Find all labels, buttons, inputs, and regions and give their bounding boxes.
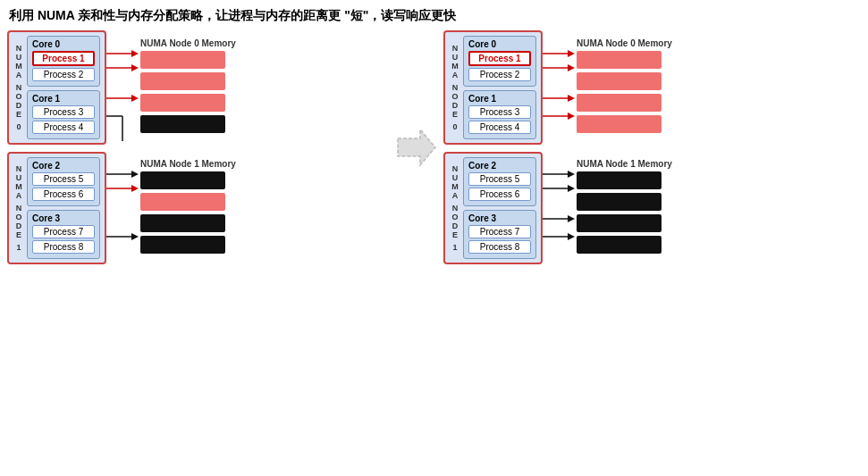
left-mem-block-0	[140, 51, 225, 69]
right-process8: Process 8	[468, 240, 531, 254]
left-mem-block-2	[140, 94, 225, 112]
left-mem1-block-0	[140, 171, 225, 189]
right-node1-box: NUMA NODE 1 Core 2 Process 5 Process 6 C…	[443, 152, 543, 264]
left-process3: Process 3	[32, 105, 95, 119]
left-mem1-block-2	[140, 214, 225, 232]
right-process7: Process 7	[468, 225, 531, 238]
left-process1: Process 1	[32, 51, 95, 66]
right-mem0-block-1	[577, 72, 662, 90]
svg-marker-13	[131, 233, 139, 240]
left-core1-label: Core 1	[32, 94, 95, 104]
right-diagrams: NUMA NODE 0 Core 0 Process 1 Process 2 C…	[443, 30, 819, 264]
right-mem1-block-1	[577, 193, 662, 211]
right-core2: Core 2 Process 5 Process 6	[463, 157, 536, 206]
right-mem1-block-2	[577, 214, 662, 232]
svg-marker-26	[568, 185, 575, 192]
page-title: 利用 NUMA 亲和性与内存分配策略，让进程与内存的距离更 "短"，读写响应更快	[0, 0, 868, 30]
left-mem-block-1	[140, 72, 225, 90]
svg-marker-24	[568, 171, 575, 178]
right-process2: Process 2	[468, 68, 531, 81]
right-process6: Process 6	[468, 188, 531, 201]
left-node1-arrows	[106, 154, 140, 262]
right-node0-memory: NUMA Node 0 Memory	[577, 38, 672, 137]
right-core3-label: Core 3	[468, 213, 531, 223]
left-node0-mem-label: NUMA Node 0 Memory	[140, 38, 236, 48]
left-process7: Process 7	[32, 225, 95, 238]
right-node0-label: NUMA NODE 0	[450, 36, 460, 139]
left-node1-label: NUMA NODE 1	[13, 157, 24, 259]
right-node1-memory: NUMA Node 1 Memory	[577, 159, 672, 257]
left-core2: Core 2 Process 5 Process 6	[27, 157, 100, 206]
left-mem-block-3	[140, 115, 225, 133]
svg-marker-14	[398, 129, 435, 165]
right-node1-mem-label: NUMA Node 1 Memory	[577, 159, 672, 169]
left-mem1-block-3	[140, 236, 225, 254]
right-mem1-block-3	[577, 236, 662, 254]
right-process1: Process 1	[468, 51, 531, 66]
left-node0-box: NUMA NODE 0 Core 0 Process 1 Process 2	[7, 30, 106, 145]
left-core1: Core 1 Process 3 Process 4	[27, 90, 100, 139]
left-node0-memory: NUMA Node 0 Memory	[140, 38, 236, 137]
svg-marker-30	[568, 233, 575, 240]
left-node1-box: NUMA NODE 1 Core 2 Process 5 Process 6 C…	[7, 152, 106, 264]
left-diagrams: NUMA NODE 0 Core 0 Process 1 Process 2	[7, 30, 383, 264]
left-node0-diagram: NUMA NODE 0 Core 0 Process 1 Process 2	[7, 30, 383, 145]
left-core3: Core 3 Process 7 Process 8	[27, 210, 100, 259]
svg-marker-20	[568, 95, 575, 102]
right-process3: Process 3	[468, 105, 531, 119]
left-core0-label: Core 0	[32, 39, 95, 49]
right-core2-label: Core 2	[468, 161, 531, 171]
right-node0-box: NUMA NODE 0 Core 0 Process 1 Process 2 C…	[443, 30, 543, 145]
right-process5: Process 5	[468, 172, 531, 186]
right-core1-label: Core 1	[468, 94, 531, 104]
left-core3-label: Core 3	[32, 213, 95, 223]
svg-marker-9	[131, 171, 139, 178]
svg-marker-18	[568, 64, 575, 71]
right-node1-diagram: NUMA NODE 1 Core 2 Process 5 Process 6 C…	[443, 152, 819, 264]
left-node0-label: NUMA NODE 0	[13, 36, 24, 139]
right-node0-mem-label: NUMA Node 0 Memory	[577, 38, 672, 48]
left-node1-memory: NUMA Node 1 Memory	[140, 159, 236, 257]
center-arrow	[386, 121, 440, 174]
svg-marker-3	[131, 64, 139, 71]
svg-marker-22	[568, 113, 575, 120]
left-process4: Process 4	[32, 121, 95, 134]
right-process4: Process 4	[468, 121, 531, 134]
right-node0-diagram: NUMA NODE 0 Core 0 Process 1 Process 2 C…	[443, 30, 819, 145]
left-mem1-block-1	[140, 193, 225, 211]
right-core1: Core 1 Process 3 Process 4	[463, 90, 536, 139]
svg-marker-28	[568, 215, 575, 222]
svg-marker-5	[131, 95, 139, 102]
left-node1-cores: Core 2 Process 5 Process 6 Core 3 Proces…	[27, 157, 100, 259]
big-arrow-icon	[389, 121, 438, 174]
left-process8: Process 8	[32, 240, 95, 254]
right-core0-label: Core 0	[468, 39, 531, 49]
left-node1-mem-label: NUMA Node 1 Memory	[140, 159, 236, 169]
right-mem0-block-2	[577, 94, 662, 112]
right-node0-cores: Core 0 Process 1 Process 2 Core 1 Proces…	[463, 36, 536, 139]
right-mem0-block-3	[577, 115, 662, 133]
right-node0-arrows	[543, 34, 577, 141]
right-core3: Core 3 Process 7 Process 8	[463, 210, 536, 259]
right-mem1-block-0	[577, 171, 662, 189]
svg-marker-16	[568, 50, 575, 57]
right-node1-arrows	[543, 154, 577, 262]
right-node1-cores: Core 2 Process 5 Process 6 Core 3 Proces…	[463, 157, 536, 259]
left-node0-arrows	[106, 34, 140, 141]
right-core0: Core 0 Process 1 Process 2	[463, 36, 536, 87]
left-core0: Core 0 Process 1 Process 2	[27, 36, 100, 87]
svg-marker-11	[131, 185, 139, 192]
left-process6: Process 6	[32, 188, 95, 201]
left-process2: Process 2	[32, 68, 95, 81]
left-node1-diagram: NUMA NODE 1 Core 2 Process 5 Process 6 C…	[7, 152, 383, 264]
right-mem0-block-0	[577, 51, 662, 69]
left-core2-label: Core 2	[32, 161, 95, 171]
left-process5: Process 5	[32, 172, 95, 186]
left-node0-cores: Core 0 Process 1 Process 2 Core 1 Proces…	[27, 36, 100, 139]
right-node1-label: NUMA NODE 1	[450, 157, 460, 259]
svg-marker-1	[131, 50, 139, 57]
